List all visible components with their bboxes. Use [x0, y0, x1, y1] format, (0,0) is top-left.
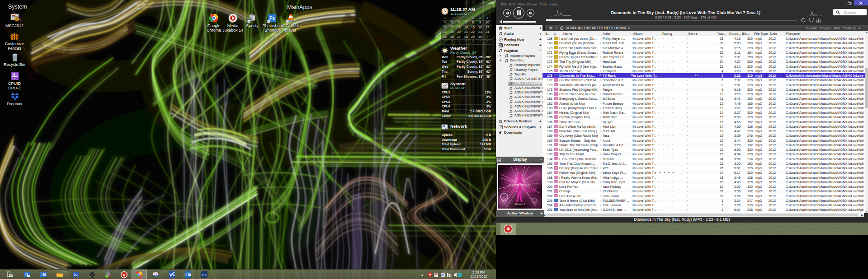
svg-text:CPU: CPU: [12, 77, 18, 80]
svg-text:In Love With The: In Love With The: [508, 183, 530, 186]
svg-text:Volume 7: Volume 7: [515, 203, 526, 205]
svg-text:Ps: Ps: [202, 273, 207, 277]
svg-text:CLUB MIX: CLUB MIX: [503, 187, 537, 194]
